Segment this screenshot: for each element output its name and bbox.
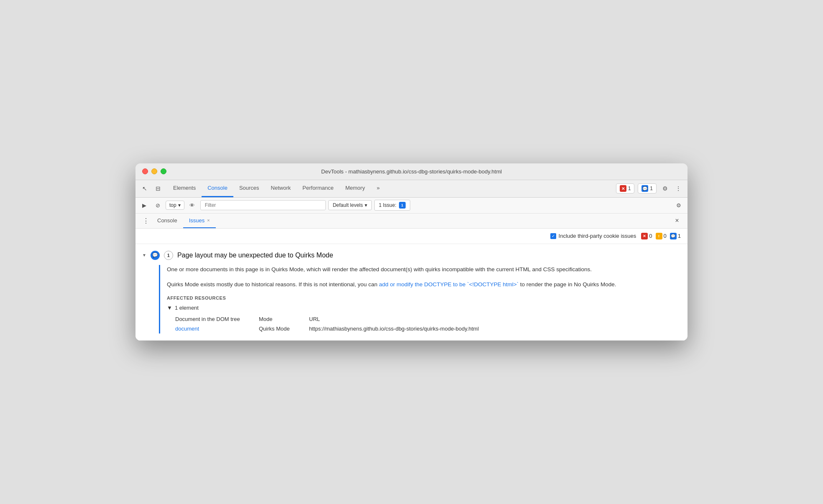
resource-tree: ▼ 1 element Document in the DOM tree Mod… (167, 305, 681, 333)
gear-icon: ⚙ (662, 185, 668, 192)
context-selector[interactable]: top ▾ (166, 201, 184, 210)
close-panel-button[interactable]: × (672, 215, 682, 226)
main-tab-list: Elements Console Sources Network Perform… (167, 180, 386, 197)
issue-title-row: ▼ 💬 1 Page layout may be unexpected due … (142, 251, 681, 260)
tab-performance[interactable]: Performance (296, 180, 339, 197)
issue-count-badge: 1 (164, 251, 173, 260)
error-icon: ✕ (620, 185, 626, 192)
expand-icon[interactable]: ▼ (142, 253, 146, 257)
element-count-label: 1 element (175, 305, 199, 311)
layers-icon: ⊟ (156, 185, 161, 192)
panel-menu-button[interactable]: ⋮ (141, 215, 151, 226)
panel-tabs: ⋮ Console Issues × × (135, 214, 688, 229)
error-badge: ✕ (641, 233, 648, 239)
more-options-button[interactable]: ⋮ (672, 183, 684, 194)
tree-chevron-icon[interactable]: ▼ (167, 305, 172, 311)
close-button[interactable] (142, 168, 148, 174)
device-toolbar-button[interactable]: ⊟ (152, 183, 164, 194)
play-icon: ▶ (142, 202, 146, 209)
col-header-mode: Mode (259, 316, 309, 322)
doctype-link[interactable]: add or modify the DOCTYPE to be `<!DOCTY… (379, 281, 519, 288)
console-settings-button[interactable]: ⚙ (673, 200, 684, 211)
window-title: DevTools - mathiasbynens.github.io/css-d… (321, 168, 502, 175)
info-badge-count: 💬 (670, 233, 677, 239)
resource-table: Document in the DOM tree Mode URL docume… (175, 314, 688, 333)
issue-description-1: One or more documents in this page is in… (167, 265, 681, 274)
vertical-dots-icon: ⋮ (675, 185, 681, 192)
col-header-url: URL (309, 316, 688, 322)
close-tab-icon[interactable]: × (207, 218, 210, 223)
resource-table-row: document Quirks Mode https://mathiasbyne… (175, 324, 688, 333)
eye-button[interactable]: 👁 (187, 200, 198, 211)
resource-doc-link[interactable]: document (175, 326, 259, 332)
tab-sources[interactable]: Sources (233, 180, 265, 197)
default-levels-button[interactable]: Default levels ▾ (328, 200, 372, 210)
issue-count-group: ✕ 0 ! 0 💬 1 (641, 233, 681, 239)
warn-badge: ! (656, 233, 662, 239)
cursor-icon: ↖ (142, 185, 147, 192)
issues-header: ✓ Include third-party cookie issues ✕ 0 … (135, 229, 688, 244)
eye-icon: 👁 (189, 202, 195, 209)
error-badge-button[interactable]: ✕ 1 (616, 183, 635, 193)
gear-icon: ⚙ (676, 202, 681, 209)
error-count: ✕ 0 (641, 233, 652, 239)
chevron-down-icon: ▾ (178, 202, 181, 208)
tab-elements[interactable]: Elements (167, 180, 202, 197)
resource-url: https://mathiasbynens.github.io/css-dbg-… (309, 326, 688, 332)
affected-resources: AFFECTED RESOURCES ▼ 1 element Document … (167, 295, 681, 333)
affected-resources-label: AFFECTED RESOURCES (167, 295, 681, 300)
third-party-checkbox-label[interactable]: ✓ Include third-party cookie issues (550, 233, 636, 239)
info-count: 💬 1 (670, 233, 681, 239)
issue-type-badge: 💬 (151, 251, 160, 260)
col-header-doc: Document in the DOM tree (175, 316, 259, 322)
checkbox-checked-icon: ✓ (550, 233, 556, 239)
devtools-window: DevTools - mathiasbynens.github.io/css-d… (135, 163, 688, 341)
issue-body: One or more documents in this page is in… (159, 265, 681, 333)
tab-console[interactable]: Console (202, 180, 233, 197)
tab-more[interactable]: » (371, 180, 386, 197)
issue-description-2: Quirks Mode exists mostly due to histori… (167, 280, 681, 289)
message-badge-button[interactable]: 💬 1 (638, 183, 657, 193)
panel-area: ⋮ Console Issues × × ✓ Include third-par… (135, 214, 688, 341)
devtools-main-toolbar: ↖ ⊟ Elements Console Sources Network Per… (135, 180, 688, 198)
message-icon: 💬 (642, 185, 648, 192)
tab-network[interactable]: Network (265, 180, 297, 197)
warn-count: ! 0 (656, 233, 667, 239)
maximize-button[interactable] (161, 168, 166, 174)
panel-tab-console[interactable]: Console (151, 213, 183, 228)
title-bar: DevTools - mathiasbynens.github.io/css-d… (135, 163, 688, 180)
clear-button[interactable]: ⊘ (152, 200, 163, 211)
minimize-button[interactable] (151, 168, 157, 174)
resource-mode: Quirks Mode (259, 326, 309, 332)
issue-title: Page layout may be unexpected due to Qui… (177, 252, 333, 259)
secondary-toolbar: ▶ ⊘ top ▾ 👁 Default levels ▾ 1 Issue: 1 … (135, 198, 688, 214)
clear-icon: ⊘ (156, 202, 160, 209)
element-count-row: ▼ 1 element (167, 305, 681, 311)
info-badge: 1 (399, 202, 406, 209)
inspect-element-button[interactable]: ↖ (139, 183, 151, 194)
resource-table-header: Document in the DOM tree Mode URL (175, 314, 688, 324)
settings-button[interactable]: ⚙ (659, 183, 671, 194)
issues-count-button[interactable]: 1 Issue: 1 (374, 200, 410, 211)
chevron-down-icon: ▾ (365, 202, 367, 208)
issue-item-quirks-mode: ▼ 💬 1 Page layout may be unexpected due … (135, 244, 688, 341)
traffic-lights (142, 168, 166, 174)
panel-tab-issues[interactable]: Issues × (183, 213, 216, 228)
run-button[interactable]: ▶ (139, 200, 150, 211)
tab-memory[interactable]: Memory (340, 180, 371, 197)
filter-input[interactable] (200, 200, 326, 210)
